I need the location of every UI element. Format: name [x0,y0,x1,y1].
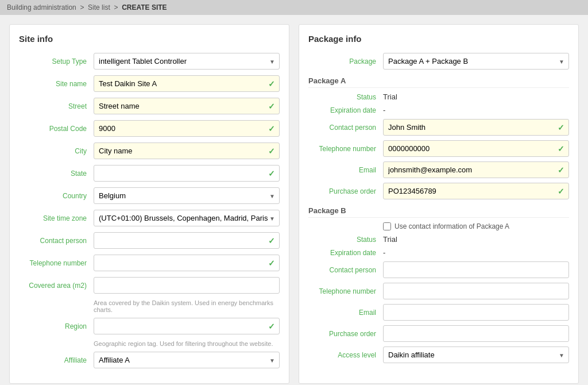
pkg-a-purchase-input[interactable] [383,183,569,199]
pkg-b-email-input[interactable] [383,304,569,321]
pkg-a-telephone-label: Telephone number [308,145,383,153]
covered-area-input[interactable] [94,277,280,294]
package-info-panel: Package info Package Package A + Package… [299,24,579,384]
postal-code-wrap: ✓ [94,120,280,137]
site-name-row: Site name ✓ [19,75,280,92]
package-select-label: Package [308,57,383,66]
postal-code-label: Postal Code [19,125,94,133]
pkg-b-expiry-value: - [383,248,569,257]
package-info-title: Package info [308,34,569,44]
region-hint: Geographic region tag. Used for filterin… [94,340,280,347]
pkg-a-contact-wrap: ✓ [383,119,569,136]
pkg-b-expiry-label: Expiration date [308,249,383,257]
street-check-icon: ✓ [268,102,275,111]
pkg-b-contact-row: Contact person [308,261,569,278]
country-select-wrap[interactable]: Belgium [94,187,280,204]
state-label: State [19,170,94,178]
contact-person-row: Contact person ✓ [19,232,280,249]
breadcrumb-part2: Site list [88,3,110,11]
city-check-icon: ✓ [268,147,275,156]
breadcrumb-part1: Building administration [7,3,76,11]
country-select[interactable]: Belgium [94,187,280,204]
pkg-a-email-wrap: ✓ [383,161,569,178]
pkg-b-access-select[interactable]: Daikin affiliate [383,346,569,363]
telephone-check-icon: ✓ [268,259,275,268]
pkg-a-telephone-input[interactable] [383,140,569,157]
pkg-b-status-label: Status [308,236,383,244]
pkg-b-access-row: Access level Daikin affiliate [308,346,569,363]
pkg-b-access-label: Access level [308,351,383,359]
pkg-b-telephone-wrap [383,283,569,299]
pkg-a-telephone-row: Telephone number ✓ [308,140,569,157]
pkg-a-email-check-icon: ✓ [558,165,564,175]
pkg-b-access-select-wrap[interactable]: Daikin affiliate [383,346,569,363]
setup-type-select[interactable]: intelligent Tablet Controller [94,53,280,70]
pkg-b-email-row: Email [308,304,569,321]
timezone-select[interactable]: (UTC+01:00) Brussels, Copenhagen, Madrid… [94,210,280,226]
pkg-a-contact-check-icon: ✓ [558,123,564,132]
timezone-select-wrap[interactable]: (UTC+01:00) Brussels, Copenhagen, Madrid… [94,210,280,226]
pkg-b-purchase-wrap [383,325,569,342]
city-input[interactable] [94,143,280,159]
city-label: City [19,147,94,155]
pkg-b-contact-wrap [383,261,569,278]
pkg-a-expiry-value: - [383,106,569,114]
pkg-a-telephone-wrap: ✓ [383,140,569,157]
affiliate-select[interactable]: Affiliate A [94,352,280,368]
affiliate-row: Affiliate Affiliate A [19,352,280,368]
setup-type-select-wrap[interactable]: intelligent Tablet Controller [94,53,280,70]
covered-area-label: Covered area (m2) [19,282,94,290]
street-input[interactable] [94,98,280,114]
package-a-title: Package A [308,76,569,88]
region-row: Region ✓ [19,318,280,334]
timezone-label: Site time zone [19,214,94,222]
postal-code-check-icon: ✓ [268,124,275,133]
pkg-b-purchase-input[interactable] [383,325,569,342]
postal-code-row: Postal Code ✓ [19,120,280,137]
pkg-b-contact-input[interactable] [383,261,569,278]
setup-type-row: Setup Type intelligent Tablet Controller [19,53,280,70]
state-check-icon: ✓ [268,169,275,178]
affiliate-select-wrap[interactable]: Affiliate A [94,352,280,368]
pkg-a-status-value: Trial [383,93,569,101]
package-b-title: Package B [308,206,569,218]
postal-code-input[interactable] [94,120,280,137]
contact-person-wrap: ✓ [94,232,280,249]
state-input[interactable] [94,165,280,182]
use-package-a-row: Use contact information of Package A [383,222,569,230]
pkg-a-expiry-row: Expiration date - [308,106,569,114]
street-row: Street ✓ [19,98,280,114]
telephone-input[interactable] [94,255,280,271]
pkg-b-telephone-input[interactable] [383,283,569,299]
breadcrumb-current: CREATE SITE [122,3,167,11]
package-select-wrap[interactable]: Package A + Package B [383,53,569,70]
contact-person-input[interactable] [94,232,280,249]
region-input[interactable] [94,318,280,334]
contact-person-label: Contact person [19,237,94,245]
setup-type-label: Setup Type [19,57,94,66]
use-package-a-checkbox[interactable] [383,222,391,230]
pkg-b-status-value: Trial [383,235,569,244]
pkg-a-contact-input[interactable] [383,119,569,136]
city-row: City ✓ [19,143,280,159]
region-wrap: ✓ [94,318,280,334]
site-info-title: Site info [19,34,280,44]
country-label: Country [19,192,94,200]
pkg-b-email-wrap [383,304,569,321]
pkg-b-telephone-label: Telephone number [308,287,383,295]
covered-area-row: Covered area (m2) [19,277,280,294]
pkg-a-contact-label: Contact person [308,124,383,132]
city-wrap: ✓ [94,143,280,159]
pkg-a-status-row: Status Trial [308,93,569,101]
pkg-b-purchase-row: Purchase order [308,325,569,342]
pkg-a-purchase-wrap: ✓ [383,183,569,199]
pkg-a-email-input[interactable] [383,161,569,178]
contact-person-check-icon: ✓ [268,236,275,245]
pkg-a-email-label: Email [308,166,383,174]
site-name-label: Site name [19,80,94,88]
package-select[interactable]: Package A + Package B [383,53,569,70]
site-name-input[interactable] [94,75,280,92]
breadcrumb-sep1: > [80,3,84,11]
pkg-a-telephone-check-icon: ✓ [558,144,564,153]
covered-area-wrap [94,277,280,294]
